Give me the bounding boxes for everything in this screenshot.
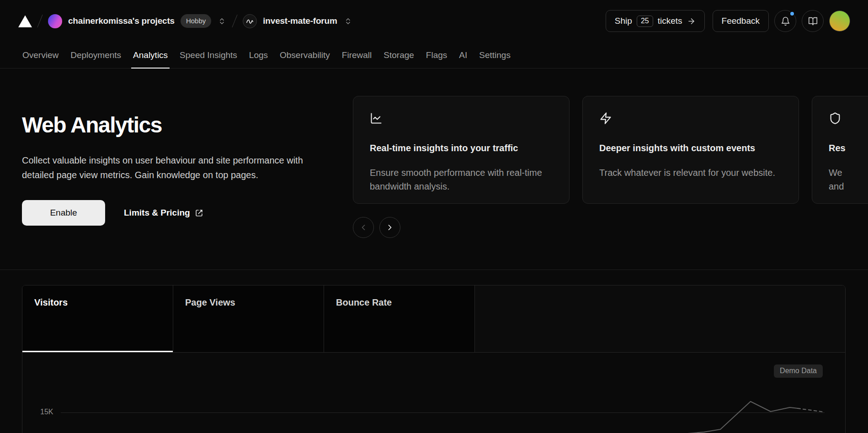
vercel-logo-icon[interactable] [18,15,32,27]
page-title: Web Analytics [22,112,331,137]
docs-button[interactable] [802,10,824,32]
arrow-right-icon [687,17,696,26]
team-avatar[interactable] [48,14,62,28]
external-link-icon [195,209,203,217]
demo-trend-line [22,353,845,433]
metric-tab-label: Page Views [185,297,235,307]
team-switcher-chevrons-icon[interactable] [217,16,227,26]
tickets-label: tickets [658,16,682,26]
card-body-line: and [829,180,868,193]
metric-tab-visitors[interactable]: Visitors [22,285,173,352]
ship-count-badge: 25 [637,16,653,27]
nav-tab-deployments[interactable]: Deployments [64,42,127,68]
bell-icon [781,16,790,26]
shield-icon [829,112,841,125]
feature-card-privacy: Res We and [812,96,868,204]
nav-tab-logs[interactable]: Logs [243,42,274,68]
web-analytics-page: chainerkomissa's projects Hobby invest-m… [0,0,868,433]
hero-section: Web Analytics Collect valuable insights … [0,69,868,270]
nav-tab-ai[interactable]: AI [453,42,473,68]
plan-badge: Hobby [181,14,211,28]
breadcrumb-slash-icon [232,15,238,27]
limits-pricing-link[interactable]: Limits & Pricing [124,208,203,218]
metric-tab-label: Visitors [34,297,68,307]
card-body: We and [829,166,868,193]
card-title: Res [829,142,868,154]
card-body: Track whatever is relevant for your webs… [599,166,782,180]
nav-tab-storage[interactable]: Storage [378,42,420,68]
nav-tab-settings[interactable]: Settings [473,42,517,68]
breadcrumb: chainerkomissa's projects Hobby invest-m… [18,14,353,28]
feature-cards: Real-time insights into your traffic Ens… [353,96,868,204]
notifications-button[interactable] [774,10,796,32]
book-icon [808,16,818,26]
zap-icon [599,112,612,125]
page-description: Collect valuable insights on user behavi… [22,153,309,182]
hero-intro: Web Analytics Collect valuable insights … [22,96,331,226]
feature-carousel: Real-time insights into your traffic Ens… [353,96,868,238]
carousel-prev-button[interactable] [353,217,374,238]
card-body: Ensure smooth performance with real-time… [370,166,553,193]
nav-tab-analytics[interactable]: Analytics [127,42,174,68]
ship-label: Ship [615,16,632,26]
project-name[interactable]: invest-mate-forum [263,16,337,26]
breadcrumb-slash-icon [37,15,43,27]
analytics-preview-section: Visitors Page Views Bounce Rate Demo Dat… [0,270,868,433]
metric-tab-label: Bounce Rate [336,297,392,307]
carousel-controls [353,217,868,238]
feature-card-custom-events: Deeper insights with custom events Track… [582,96,799,204]
header-actions: Ship 25 tickets Feedback [606,10,850,32]
nav-tab-overview[interactable]: Overview [16,42,64,68]
chevron-right-icon [385,223,394,232]
feedback-button[interactable]: Feedback [713,10,769,32]
metric-tab-page-views[interactable]: Page Views [173,285,324,352]
main-nav: Overview Deployments Analytics Speed Ins… [0,42,868,69]
hero-actions: Enable Limits & Pricing [22,200,331,226]
metric-tab-bounce-rate[interactable]: Bounce Rate [324,285,475,352]
metrics-tabstrip: Visitors Page Views Bounce Rate [22,285,845,353]
card-title: Real-time insights into your traffic [370,142,553,154]
nav-tab-speed-insights[interactable]: Speed Insights [174,42,243,68]
user-avatar[interactable] [829,11,850,32]
notification-dot [789,11,795,16]
ship-tickets-button[interactable]: Ship 25 tickets [606,10,705,32]
nav-tab-observability[interactable]: Observability [274,42,336,68]
metrics-panel: Visitors Page Views Bounce Rate Demo Dat… [22,285,846,433]
demo-chart-area: Demo Data 15K [22,353,845,433]
team-name[interactable]: chainerkomissa's projects [68,16,175,26]
card-title: Deeper insights with custom events [599,142,782,154]
limits-pricing-label: Limits & Pricing [124,208,190,218]
tabstrip-filler [475,285,845,352]
carousel-next-button[interactable] [379,217,400,238]
chevron-left-icon [359,223,368,232]
project-switcher-chevrons-icon[interactable] [343,16,353,26]
nav-tab-flags[interactable]: Flags [420,42,453,68]
project-avatar[interactable] [243,14,257,28]
chart-line-icon [370,112,383,125]
card-body-line: We [829,166,868,180]
enable-button[interactable]: Enable [22,200,105,226]
top-header: chainerkomissa's projects Hobby invest-m… [0,0,868,42]
nav-tab-firewall[interactable]: Firewall [336,42,378,68]
feature-card-realtime: Real-time insights into your traffic Ens… [353,96,570,204]
